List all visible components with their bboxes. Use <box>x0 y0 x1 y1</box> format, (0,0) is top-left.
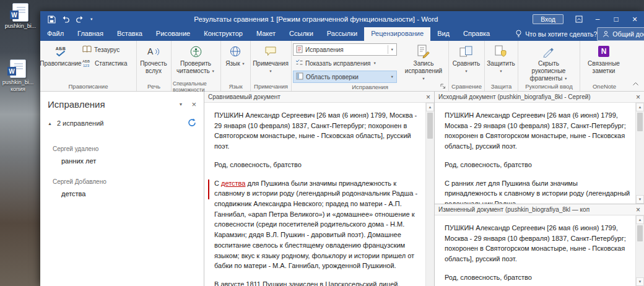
undo-icon[interactable] <box>61 15 70 23</box>
paragraph: Род, словесность, братство <box>445 272 630 283</box>
ribbon-display-options-button[interactable] <box>570 11 588 27</box>
scroll-up-icon[interactable]: ▲ <box>636 103 644 111</box>
track-changes-button[interactable]: Запись исправлений ▼ <box>401 42 446 83</box>
reviewing-pane-button[interactable]: Область проверки ▼ <box>293 71 397 83</box>
spelling-grammar-button[interactable]: АБВ Правописание <box>41 42 80 82</box>
accessibility-icon <box>190 44 202 59</box>
original-close-icon[interactable]: × <box>632 93 640 102</box>
scroll-thumb[interactable] <box>427 113 433 139</box>
tab-review[interactable]: Рецензирование <box>364 27 430 41</box>
desktop-icon-label: pushkin_bi... копия <box>0 79 36 93</box>
hide-ink-button[interactable]: Скрыть рукописные фрагменты ▼ <box>520 42 578 82</box>
compare-button[interactable]: Сравнить ▼ <box>450 42 482 82</box>
compared-document-pane: Сравниваемый документ × ПУШКИН Александр… <box>204 92 435 286</box>
word-window: ▼ Результаты сравнения 1 [Режим ограниче… <box>40 11 644 286</box>
word-logo-icon: W <box>10 11 19 19</box>
revisions-pane-dropdown-icon[interactable]: ▼ <box>178 102 183 106</box>
page-lines-icon <box>14 63 23 64</box>
comment-bubble-icon <box>265 44 276 59</box>
revision-item-inserted[interactable]: Сергей Добавлено детства <box>53 178 196 197</box>
original-document-text[interactable]: ПУШКИН Александр Сергеевич [26 мая (6 ию… <box>435 103 635 204</box>
word-file-icon: W <box>10 59 26 78</box>
ribbon-group-accessibility: Проверить читаемость ▼ Специальные возмо… <box>172 41 221 91</box>
read-aloud-button[interactable]: А Прочесть вслух <box>138 42 169 82</box>
tracking-dialog-launcher[interactable] <box>440 84 446 90</box>
revisions-count: 2 исправлений <box>57 119 104 127</box>
tab-help[interactable]: Справка <box>456 27 497 41</box>
revised-close-icon[interactable]: × <box>632 206 640 214</box>
protect-button[interactable]: Защитить ▼ <box>486 42 516 82</box>
show-markup-icon <box>295 59 303 67</box>
scroll-thumb[interactable] <box>637 113 643 131</box>
language-button[interactable]: Язык ▼ <box>222 42 248 82</box>
close-button[interactable]: × <box>625 11 644 27</box>
tab-references[interactable]: Ссылки <box>282 27 320 41</box>
paragraph-with-change-bar: С детства для Пушкина были значимы прина… <box>214 178 419 271</box>
refresh-icon[interactable] <box>188 118 196 128</box>
revised-scrollbar[interactable]: ▲ ▼ <box>635 215 644 286</box>
show-markup-button[interactable]: Показать исправления ▼ <box>293 57 397 69</box>
scroll-up-icon[interactable]: ▲ <box>636 215 644 224</box>
paragraph: ПУШКИН Александр Сергеевич [26 мая (6 ию… <box>214 110 419 152</box>
tab-design[interactable]: Конструктор <box>197 27 250 41</box>
share-button[interactable]: Общий доступ ▼ <box>597 27 644 41</box>
display-for-review-combo[interactable]: Исправления ▼ <box>293 43 397 56</box>
word-logo-icon: W <box>7 67 16 76</box>
tab-insert[interactable]: Вставка <box>110 27 149 41</box>
linked-notes-button[interactable]: N Связанные заметки <box>581 42 626 82</box>
tab-draw[interactable]: Рисование <box>149 27 197 41</box>
paragraph: С ранних лет для Пушкина были значимы пр… <box>445 178 630 204</box>
globe-icon <box>230 44 241 59</box>
minimize-button[interactable]: – <box>588 11 607 27</box>
desktop-icon-pushkin-file[interactable]: W pushkin_bi... <box>2 3 38 30</box>
revisions-pane-close-icon[interactable]: × <box>191 100 196 109</box>
original-scrollbar[interactable]: ▲ ▼ <box>635 103 644 204</box>
page-lines-icon <box>17 7 25 8</box>
spell-check-icon: АБВ <box>56 44 66 59</box>
scroll-down-icon[interactable]: ▼ <box>636 277 644 286</box>
save-icon[interactable] <box>48 15 56 24</box>
original-document-header: Исходный документ (pushkin_biografiya_8k… <box>438 93 591 100</box>
collapse-ribbon-button[interactable] <box>632 77 639 89</box>
combo-separator <box>388 45 388 54</box>
redo-icon[interactable] <box>76 15 84 23</box>
ribbon-group-compare: Сравнить ▼ Сравнение <box>449 41 485 91</box>
thesaurus-button[interactable]: Тезаурус <box>80 43 130 56</box>
ribbon-group-onenote: N Связанные заметки OneNote <box>580 41 629 91</box>
scroll-up-icon[interactable]: ▲ <box>426 103 434 111</box>
ribbon-group-tracking: Исправления ▼ Показать исправления ▼ <box>292 41 449 91</box>
revised-document-header: Измененный документ (pushkin_biografiya_… <box>438 206 590 213</box>
tab-view[interactable]: Вид <box>430 27 456 41</box>
reviewing-pane-dropdown-icon: ▼ <box>391 75 394 79</box>
customize-qat-dropdown-icon[interactable]: ▼ <box>90 17 93 21</box>
compared-document-header: Сравниваемый документ <box>208 93 281 100</box>
revisions-summary-collapse-icon[interactable]: ▲ <box>48 121 52 126</box>
lightbulb-icon <box>515 30 522 39</box>
scroll-down-icon[interactable]: ▼ <box>636 195 644 204</box>
markup-page-icon <box>296 45 303 54</box>
revised-document-text[interactable]: ПУШКИН Александр Сергеевич [26 мая (6 ию… <box>435 215 635 286</box>
svg-text:А: А <box>147 46 154 56</box>
tab-home[interactable]: Главная <box>71 27 110 41</box>
word-count-icon: АБВ123 <box>82 59 92 67</box>
tell-me-box[interactable]: Что вы хотите сделать? <box>515 27 597 41</box>
compared-close-icon[interactable]: × <box>422 93 430 102</box>
tab-mailings[interactable]: Рассылки <box>320 27 364 41</box>
maximize-button[interactable]: □ <box>607 11 625 27</box>
compared-document-text[interactable]: ПУШКИН Александр Сергеевич [26 мая (6 ию… <box>204 103 425 286</box>
tab-file[interactable]: Файл <box>40 27 71 41</box>
scroll-thumb[interactable] <box>637 225 643 241</box>
ribbon-tabs: Файл Главная Вставка Рисование Конструкт… <box>40 27 644 41</box>
paragraph: Род, словесность, братство <box>445 160 630 170</box>
comments-button[interactable]: Примечания ▼ <box>252 42 289 82</box>
desktop-icon-pushkin-copy-file[interactable]: W pushkin_bi... копия <box>0 59 36 93</box>
sign-in-button[interactable]: Вход <box>533 14 564 24</box>
check-accessibility-button[interactable]: Проверить читаемость ▼ <box>173 42 219 82</box>
revision-item-deleted[interactable]: Сергей удалено ранних лет <box>53 145 196 165</box>
word-file-icon: W <box>12 3 28 22</box>
share-person-icon <box>603 30 609 38</box>
compared-scrollbar[interactable]: ▲ <box>425 103 434 286</box>
tab-layout[interactable]: Макет <box>250 27 282 41</box>
combo-dropdown-icon: ▼ <box>391 48 394 51</box>
word-count-button[interactable]: АБВ123 Статистика <box>80 57 130 69</box>
